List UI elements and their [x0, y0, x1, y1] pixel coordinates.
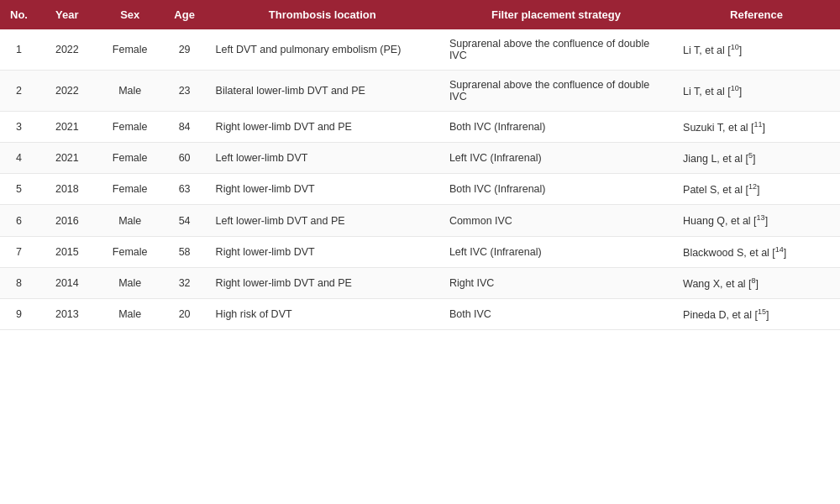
cell-sex: Male — [97, 298, 164, 329]
cell-year: 2021 — [38, 112, 97, 143]
table-row: 12022Female29Left DVT and pulmonary embo… — [0, 29, 840, 71]
data-table: No. Year Sex Age Thrombosis location Fil… — [0, 0, 840, 330]
cell-year: 2015 — [38, 236, 97, 267]
cell-thrombosis: Right lower-limb DVT — [206, 236, 439, 267]
cell-age: 63 — [164, 174, 206, 205]
cell-filter: Left IVC (Infrarenal) — [439, 143, 673, 174]
table-header-row: No. Year Sex Age Thrombosis location Fil… — [0, 0, 840, 29]
cell-thrombosis: Left DVT and pulmonary embolism (PE) — [206, 29, 439, 71]
cell-no: 9 — [0, 298, 38, 329]
cell-no: 3 — [0, 112, 38, 143]
cell-year: 2018 — [38, 174, 97, 205]
table-row: 22022Male23Bilateral lower-limb DVT and … — [0, 71, 840, 112]
table-container: No. Year Sex Age Thrombosis location Fil… — [0, 0, 840, 330]
header-filter: Filter placement strategy — [439, 0, 673, 29]
cell-thrombosis: High risk of DVT — [206, 298, 439, 329]
cell-thrombosis: Right lower-limb DVT and PE — [206, 267, 439, 298]
cell-thrombosis: Right lower-limb DVT and PE — [206, 112, 439, 143]
cell-no: 2 — [0, 71, 38, 112]
cell-filter: Both IVC — [439, 298, 673, 329]
cell-reference: Blackwood S, et al [14] — [673, 236, 840, 267]
table-row: 72015Female58Right lower-limb DVTLeft IV… — [0, 236, 840, 267]
header-year: Year — [38, 0, 97, 29]
cell-sex: Male — [97, 71, 164, 112]
cell-thrombosis: Right lower-limb DVT — [206, 174, 439, 205]
cell-year: 2022 — [38, 71, 97, 112]
cell-sex: Male — [97, 267, 164, 298]
cell-reference: Jiang L, et al [5] — [673, 143, 840, 174]
cell-reference: Pineda D, et al [15] — [673, 298, 840, 329]
cell-age: 29 — [164, 29, 206, 71]
cell-no: 8 — [0, 267, 38, 298]
cell-thrombosis: Bilateral lower-limb DVT and PE — [206, 71, 439, 112]
header-no: No. — [0, 0, 38, 29]
cell-reference: Huang Q, et al [13] — [673, 205, 840, 236]
cell-no: 6 — [0, 205, 38, 236]
cell-year: 2022 — [38, 29, 97, 71]
cell-sex: Female — [97, 174, 164, 205]
cell-filter: Common IVC — [439, 205, 673, 236]
cell-filter: Left IVC (Infrarenal) — [439, 236, 673, 267]
table-row: 32021Female84Right lower-limb DVT and PE… — [0, 112, 840, 143]
table-row: 62016Male54Left lower-limb DVT and PECom… — [0, 205, 840, 236]
cell-reference: Li T, et al [10] — [673, 29, 840, 71]
cell-filter: Suprarenal above the confluence of doubl… — [439, 29, 673, 71]
cell-filter: Right IVC — [439, 267, 673, 298]
cell-year: 2016 — [38, 205, 97, 236]
cell-no: 4 — [0, 143, 38, 174]
cell-sex: Female — [97, 29, 164, 71]
cell-sex: Female — [97, 143, 164, 174]
cell-thrombosis: Left lower-limb DVT and PE — [206, 205, 439, 236]
cell-filter: Suprarenal above the confluence of doubl… — [439, 71, 673, 112]
cell-filter: Both IVC (Infrarenal) — [439, 174, 673, 205]
cell-sex: Female — [97, 236, 164, 267]
header-age: Age — [164, 0, 206, 29]
cell-reference: Patel S, et al [12] — [673, 174, 840, 205]
cell-reference: Suzuki T, et al [11] — [673, 112, 840, 143]
cell-thrombosis: Left lower-limb DVT — [206, 143, 439, 174]
cell-reference: Li T, et al [10] — [673, 71, 840, 112]
cell-year: 2013 — [38, 298, 97, 329]
cell-age: 20 — [164, 298, 206, 329]
cell-year: 2021 — [38, 143, 97, 174]
cell-age: 58 — [164, 236, 206, 267]
cell-filter: Both IVC (Infrarenal) — [439, 112, 673, 143]
cell-no: 7 — [0, 236, 38, 267]
cell-year: 2014 — [38, 267, 97, 298]
table-row: 52018Female63Right lower-limb DVTBoth IV… — [0, 174, 840, 205]
cell-age: 32 — [164, 267, 206, 298]
cell-sex: Male — [97, 205, 164, 236]
cell-age: 23 — [164, 71, 206, 112]
table-row: 92013Male20High risk of DVTBoth IVCPined… — [0, 298, 840, 329]
table-row: 82014Male32Right lower-limb DVT and PERi… — [0, 267, 840, 298]
cell-no: 1 — [0, 29, 38, 71]
table-row: 42021Female60Left lower-limb DVTLeft IVC… — [0, 143, 840, 174]
cell-reference: Wang X, et al [8] — [673, 267, 840, 298]
header-thrombosis: Thrombosis location — [206, 0, 439, 29]
header-sex: Sex — [97, 0, 164, 29]
header-reference: Reference — [673, 0, 840, 29]
cell-age: 54 — [164, 205, 206, 236]
cell-age: 84 — [164, 112, 206, 143]
cell-no: 5 — [0, 174, 38, 205]
cell-age: 60 — [164, 143, 206, 174]
cell-sex: Female — [97, 112, 164, 143]
